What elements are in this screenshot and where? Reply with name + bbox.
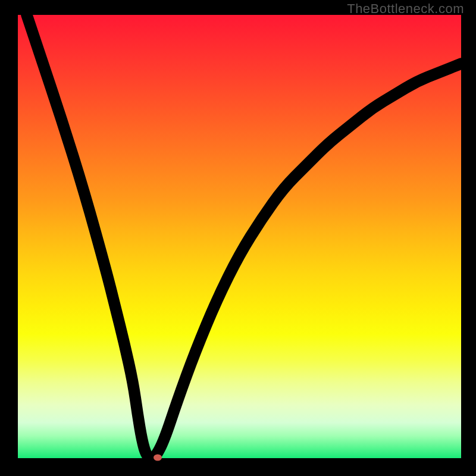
chart-frame: TheBottleneck.com bbox=[0, 0, 476, 476]
curve-path bbox=[27, 15, 461, 458]
plot-area bbox=[18, 15, 461, 458]
watermark-text: TheBottleneck.com bbox=[347, 1, 464, 17]
minimum-marker bbox=[154, 454, 162, 461]
bottleneck-curve bbox=[18, 15, 461, 458]
